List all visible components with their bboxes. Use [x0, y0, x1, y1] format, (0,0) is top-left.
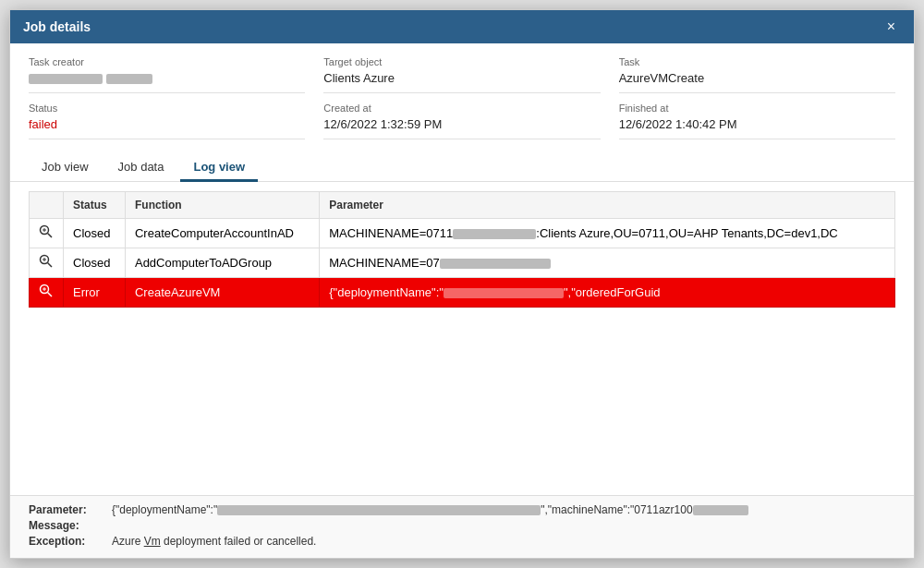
- table-header-row: Status Function Parameter: [30, 192, 895, 219]
- exception-label: Exception:: [29, 535, 112, 548]
- modal-header: Job details ×: [10, 10, 914, 43]
- finished-at-value: 12/6/2022 1:40:42 PM: [619, 117, 895, 131]
- task-creator-cell: Task creator: [29, 56, 305, 93]
- task-creator-value: [29, 71, 305, 85]
- param-bottom-redacted: [217, 505, 541, 515]
- row-parameter: {"deploymentName":"","orderedForGuid: [320, 278, 895, 308]
- tabs-row: Job view Job data Log view: [10, 149, 914, 182]
- modal-body: Task creator Target object Clients Azure…: [10, 43, 914, 558]
- modal-title: Job details: [23, 19, 91, 34]
- param-redacted: [453, 229, 536, 239]
- row-function: AddComputerToADGroup: [125, 248, 319, 278]
- task-creator-label: Task creator: [29, 56, 305, 67]
- row-status: Closed: [64, 248, 126, 278]
- target-object-cell: Target object Clients Azure: [323, 56, 600, 93]
- modal-close-button[interactable]: ×: [881, 18, 901, 36]
- message-row: Message:: [29, 519, 895, 532]
- log-table: Status Function Parameter: [29, 191, 895, 308]
- vm-link[interactable]: Vm: [144, 535, 161, 548]
- target-object-label: Target object: [323, 56, 600, 67]
- tab-log-view[interactable]: Log view: [180, 154, 258, 182]
- target-object-value: Clients Azure: [323, 71, 600, 85]
- row-function: CreateComputerAccountInAD: [125, 219, 319, 248]
- svg-line-5: [48, 263, 53, 268]
- modal-overlay: Job details × Task creator Target object…: [0, 0, 924, 568]
- param-bottom-redacted2: [693, 505, 748, 515]
- created-at-cell: Created at 12/6/2022 1:32:59 PM: [323, 103, 600, 139]
- table-row: Closed AddComputerToADGroup MACHINENAME=…: [30, 248, 895, 278]
- tab-job-view[interactable]: Job view: [29, 154, 102, 182]
- task-cell: Task AzureVMCreate: [619, 56, 895, 93]
- search-icon[interactable]: [39, 254, 54, 269]
- search-icon[interactable]: [39, 284, 54, 298]
- param-redacted3: [444, 288, 564, 298]
- parameter-label: Parameter:: [29, 503, 112, 516]
- tab-job-data[interactable]: Job data: [105, 154, 177, 182]
- row-icon-cell: [30, 278, 64, 308]
- col-status: Status: [64, 192, 126, 219]
- info-section: Task creator Target object Clients Azure…: [10, 43, 914, 149]
- task-value: AzureVMCreate: [619, 71, 895, 85]
- table-row-error: Error CreateAzureVM {"deploymentName":""…: [30, 278, 895, 308]
- finished-at-cell: Finished at 12/6/2022 1:40:42 PM: [619, 103, 895, 139]
- task-label: Task: [619, 56, 895, 67]
- task-creator-redacted: [29, 74, 103, 84]
- status-cell: Status failed: [29, 103, 305, 139]
- bottom-info-section: Parameter: {"deploymentName":"","machine…: [10, 495, 914, 558]
- row-parameter: MACHINENAME=0711:Clients Azure,OU=0711,O…: [320, 219, 895, 248]
- table-row: Closed CreateComputerAccountInAD MACHINE…: [30, 219, 895, 248]
- exception-value: Azure Vm deployment failed or cancelled.: [112, 535, 895, 548]
- status-value: failed: [29, 117, 305, 131]
- search-icon[interactable]: [39, 224, 54, 239]
- exception-row: Exception: Azure Vm deployment failed or…: [29, 535, 895, 548]
- table-section: Status Function Parameter: [10, 182, 914, 495]
- parameter-row: Parameter: {"deploymentName":"","machine…: [29, 503, 895, 516]
- svg-line-1: [48, 234, 53, 238]
- svg-line-9: [48, 293, 53, 297]
- created-at-label: Created at: [323, 103, 600, 114]
- finished-at-label: Finished at: [619, 103, 895, 114]
- row-icon-cell: [30, 219, 64, 248]
- row-parameter: MACHINENAME=07: [320, 248, 895, 278]
- col-parameter: Parameter: [320, 192, 895, 219]
- parameter-value: {"deploymentName":"","machineName":"0711…: [112, 503, 895, 516]
- message-label: Message:: [29, 519, 112, 532]
- row-function: CreateAzureVM: [125, 278, 319, 308]
- col-function: Function: [125, 192, 319, 219]
- job-details-modal: Job details × Task creator Target object…: [9, 9, 915, 559]
- created-at-value: 12/6/2022 1:32:59 PM: [323, 117, 600, 131]
- message-value: [112, 519, 895, 532]
- row-status: Closed: [64, 219, 126, 248]
- col-icon: [30, 192, 64, 219]
- row-status: Error: [64, 278, 126, 308]
- task-creator-redacted2: [106, 74, 152, 84]
- row-icon-cell: [30, 248, 64, 278]
- status-label: Status: [29, 103, 305, 114]
- param-redacted2: [440, 259, 551, 269]
